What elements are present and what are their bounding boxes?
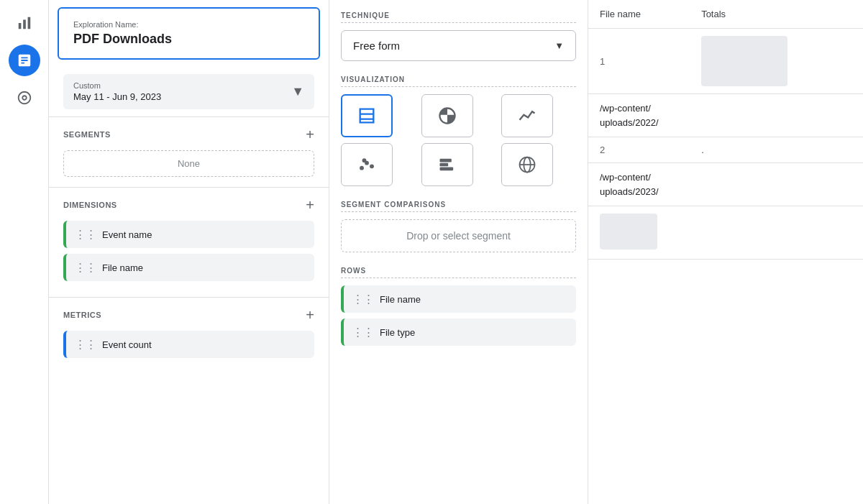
dimension-event-name[interactable]: ⋮⋮ Event name <box>63 221 314 248</box>
segments-title: SEGMENTS <box>63 130 111 139</box>
viz-btn-pie[interactable] <box>421 94 473 137</box>
dimensions-add-icon[interactable]: + <box>306 198 314 212</box>
path-text-2: /wp-content/uploads/2023/ <box>600 172 659 197</box>
sidebar-item-analytics[interactable] <box>9 45 40 76</box>
svg-rect-2 <box>27 17 30 29</box>
metric-event-count-label: Event count <box>102 339 152 350</box>
sidebar-nav <box>0 0 49 504</box>
row-file-type-label: File type <box>380 327 415 338</box>
date-range-select[interactable]: Custom May 11 - Jun 9, 2023 ▼ <box>63 74 314 109</box>
date-range-value: May 11 - Jun 9, 2023 <box>73 91 161 102</box>
row-file-name-label: File name <box>380 294 421 305</box>
svg-point-6 <box>362 158 367 162</box>
svg-point-3 <box>360 166 364 170</box>
table-row: 1 <box>588 29 863 94</box>
row-number-1: 1 <box>600 56 605 67</box>
drag-handle-icon: ⋮⋮ <box>352 293 374 306</box>
technique-dropdown[interactable]: Free form ▼ <box>341 30 576 61</box>
visualization-label: VISUALIZATION <box>341 75 576 87</box>
metrics-title: METRICS <box>63 311 101 319</box>
segments-add-icon[interactable]: + <box>306 127 314 142</box>
viz-btn-line[interactable] <box>501 94 553 137</box>
row-number-2: 2 <box>600 145 605 155</box>
metric-event-count[interactable]: ⋮⋮ Event count <box>63 331 314 358</box>
viz-btn-scatter[interactable] <box>341 143 393 186</box>
right-panel: File name Totals 1 /wp-content/uploads/2… <box>588 0 863 504</box>
viz-btn-table[interactable] <box>341 94 393 137</box>
svg-rect-7 <box>439 159 451 162</box>
svg-rect-8 <box>439 163 448 167</box>
date-range-label: Custom <box>73 81 161 90</box>
dimension-event-name-label: Event name <box>102 229 152 240</box>
sidebar-item-target[interactable] <box>9 82 40 114</box>
table-row: /wp-content/uploads/2023/ <box>588 163 863 206</box>
exploration-label: Exploration Name: <box>73 20 304 29</box>
dimensions-header: DIMENSIONS + <box>63 198 314 212</box>
dimension-file-name[interactable]: ⋮⋮ File name <box>63 254 314 281</box>
table-row <box>588 206 863 260</box>
dimensions-title: DIMENSIONS <box>63 201 117 209</box>
table-row: /wp-content/uploads/2022/ <box>588 94 863 137</box>
svg-rect-9 <box>439 168 453 171</box>
sidebar-item-bar-chart[interactable] <box>9 7 40 39</box>
drag-handle-icon: ⋮⋮ <box>75 228 96 241</box>
drop-segment-box[interactable]: Drop or select segment <box>341 219 576 252</box>
exploration-name-block: Exploration Name: PDF Downloads <box>58 7 320 60</box>
svg-rect-1 <box>23 19 26 29</box>
thumbnail-1 <box>701 36 787 86</box>
dot-value-2: . <box>701 145 704 155</box>
row-item-file-type[interactable]: ⋮⋮ File type <box>341 319 576 346</box>
metrics-add-icon[interactable]: + <box>306 308 314 322</box>
row-item-file-name[interactable]: ⋮⋮ File name <box>341 285 576 313</box>
technique-chevron-icon: ▼ <box>554 40 564 51</box>
table-row: 2 . <box>588 137 863 163</box>
svg-point-5 <box>370 164 374 168</box>
date-range-block: Custom May 11 - Jun 9, 2023 ▼ <box>49 67 329 116</box>
svg-rect-0 <box>18 23 21 29</box>
path-text-1: /wp-content/uploads/2022/ <box>600 103 659 128</box>
thumbnail-2 <box>600 214 657 249</box>
visualization-grid <box>341 94 576 186</box>
drag-handle-icon: ⋮⋮ <box>352 326 374 339</box>
dimension-file-name-label: File name <box>102 262 143 273</box>
technique-value: Free form <box>353 40 400 52</box>
metrics-header: METRICS + <box>63 308 314 322</box>
segment-comparisons-label: SEGMENT COMPARISONS <box>341 201 576 212</box>
segments-section: SEGMENTS + None <box>49 116 329 187</box>
left-panel: Exploration Name: PDF Downloads Custom M… <box>49 0 329 504</box>
drag-handle-icon: ⋮⋮ <box>75 338 96 351</box>
drag-handle-icon: ⋮⋮ <box>75 261 96 274</box>
segments-none: None <box>63 150 314 177</box>
rows-label: ROWS <box>341 267 576 278</box>
metrics-section: METRICS + ⋮⋮ Event count <box>49 297 329 368</box>
data-table: File name Totals 1 /wp-content/uploads/2… <box>588 0 863 260</box>
viz-btn-globe[interactable] <box>501 143 553 186</box>
column-header-filename: File name <box>588 0 690 29</box>
exploration-title: PDF Downloads <box>73 32 304 47</box>
dimensions-section: DIMENSIONS + ⋮⋮ Event name ⋮⋮ File name <box>49 187 329 297</box>
technique-label: TECHNIQUE <box>341 12 576 23</box>
segments-header: SEGMENTS + <box>63 127 314 142</box>
totals-header: Totals <box>690 0 863 29</box>
chevron-down-icon: ▼ <box>291 84 304 99</box>
viz-btn-bar-horizontal[interactable] <box>421 143 473 186</box>
middle-panel: TECHNIQUE Free form ▼ VISUALIZATION <box>329 0 588 504</box>
